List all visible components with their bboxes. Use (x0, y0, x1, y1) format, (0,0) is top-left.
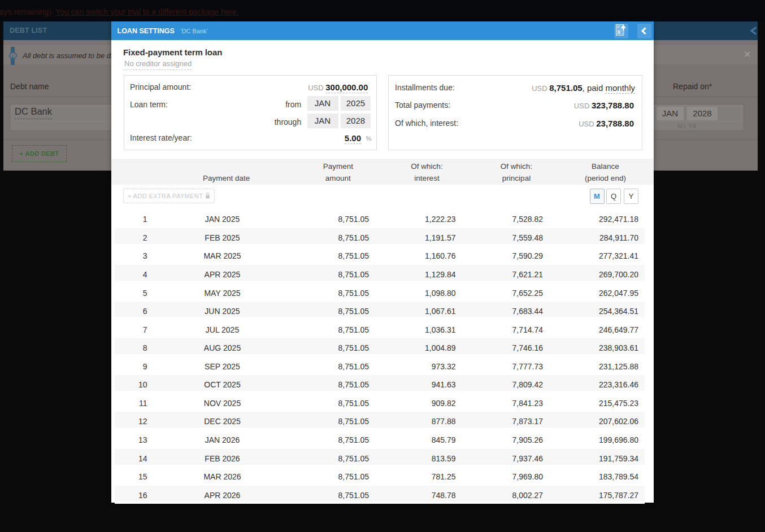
svg-text:x: x (616, 28, 620, 36)
